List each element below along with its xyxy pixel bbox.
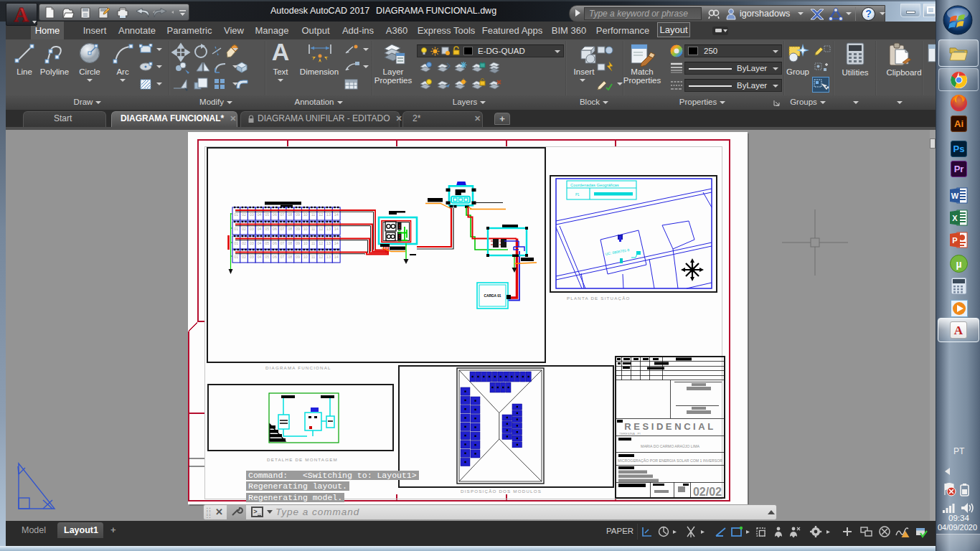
svg-text:12: 12 (319, 255, 323, 259)
svg-text:09: 09 (296, 255, 300, 259)
svg-text:A: A (954, 324, 963, 337)
svg-text:TERESINA - PI: TERESINA - PI (619, 432, 641, 435)
svg-text:04: 04 (257, 241, 261, 245)
svg-text:01: 01 (234, 227, 238, 231)
svg-text:02: 02 (242, 212, 246, 217)
svg-text:08: 08 (288, 212, 292, 217)
svg-text:µ: µ (956, 258, 961, 270)
svg-text:04: 04 (257, 255, 261, 259)
svg-text:13: 13 (326, 255, 331, 259)
svg-text:01: 01 (234, 241, 238, 245)
svg-text:10: 10 (303, 227, 308, 231)
svg-text:07: 07 (281, 212, 285, 217)
svg-text:02: 02 (242, 255, 246, 259)
svg-text:11: 11 (311, 255, 316, 259)
svg-text:X: X (952, 214, 958, 222)
svg-text:05: 05 (265, 241, 269, 245)
svg-text:02/02: 02/02 (693, 486, 722, 498)
svg-text:11: 11 (311, 227, 316, 231)
svg-text:05: 05 (265, 227, 269, 231)
svg-text:06: 06 (273, 212, 277, 217)
svg-text:DISPOSIÇÃO DOS MODULOS: DISPOSIÇÃO DOS MODULOS (461, 489, 542, 494)
svg-text:02: 02 (242, 227, 246, 231)
svg-text:08: 08 (288, 227, 292, 231)
svg-text:07: 07 (281, 255, 285, 259)
svg-text:Coordenadas Geográficas: Coordenadas Geográficas (570, 183, 619, 187)
svg-text:MICROGERAÇÃO POR ENERGIA SOLAR: MICROGERAÇÃO POR ENERGIA SOLAR COM 1 INV… (618, 458, 722, 463)
svg-text:12: 12 (319, 227, 323, 231)
svg-text:10: 10 (303, 212, 308, 217)
svg-text:W: W (951, 192, 959, 200)
svg-text:RESIDENCIAL: RESIDENCIAL (624, 421, 716, 432)
svg-text:02: 02 (242, 241, 246, 245)
svg-text:06: 06 (273, 255, 277, 259)
svg-text:05: 05 (265, 212, 269, 217)
svg-text:P: P (952, 236, 957, 245)
svg-text:A: A (14, 4, 29, 26)
svg-text:CARGA 01: CARGA 01 (484, 294, 501, 298)
svg-text:14: 14 (334, 212, 339, 217)
svg-text:03: 03 (250, 255, 254, 259)
svg-text:04: 04 (257, 227, 261, 231)
svg-text:MARIA DO CARMO ARAÚJO LIMA: MARIA DO CARMO ARAÚJO LIMA (641, 444, 699, 448)
svg-text:DIAGRAMA FUNCIONAL: DIAGRAMA FUNCIONAL (265, 365, 331, 370)
svg-text:03: 03 (250, 212, 254, 217)
svg-text:03: 03 (250, 241, 254, 245)
svg-text:04: 04 (257, 212, 261, 217)
svg-text:07: 07 (281, 227, 285, 231)
svg-text:12: 12 (319, 212, 323, 217)
svg-text:10: 10 (303, 241, 308, 245)
svg-text:13: 13 (326, 241, 331, 245)
svg-text:14: 14 (334, 241, 339, 245)
svg-text:03: 03 (250, 227, 254, 231)
svg-text:11: 11 (311, 241, 316, 245)
svg-text:10: 10 (303, 255, 308, 259)
svg-text:05: 05 (265, 255, 269, 259)
svg-text:P1: P1 (575, 193, 580, 197)
svg-text:09: 09 (296, 241, 300, 245)
svg-text:09: 09 (296, 227, 300, 231)
svg-text:01: 01 (234, 255, 238, 259)
svg-text:14: 14 (334, 227, 339, 231)
svg-text:PLANTA DE SITUAÇÃO: PLANTA DE SITUAÇÃO (567, 296, 631, 301)
svg-text:09: 09 (296, 212, 300, 217)
svg-text:06: 06 (273, 227, 277, 231)
svg-text:12: 12 (319, 241, 323, 245)
svg-text:06: 06 (273, 241, 277, 245)
svg-text:UC: 0806701-9: UC: 0806701-9 (605, 248, 630, 256)
svg-text:13: 13 (326, 212, 331, 217)
svg-text:01: 01 (234, 212, 238, 217)
svg-text:14: 14 (334, 255, 339, 259)
svg-text:13: 13 (326, 227, 331, 231)
svg-text:11: 11 (311, 212, 316, 217)
svg-text:08: 08 (288, 255, 292, 259)
svg-text:08: 08 (288, 241, 292, 245)
svg-text:DETALHE DE MONTAGEM: DETALHE DE MONTAGEM (267, 457, 338, 462)
svg-text:07: 07 (281, 241, 285, 245)
